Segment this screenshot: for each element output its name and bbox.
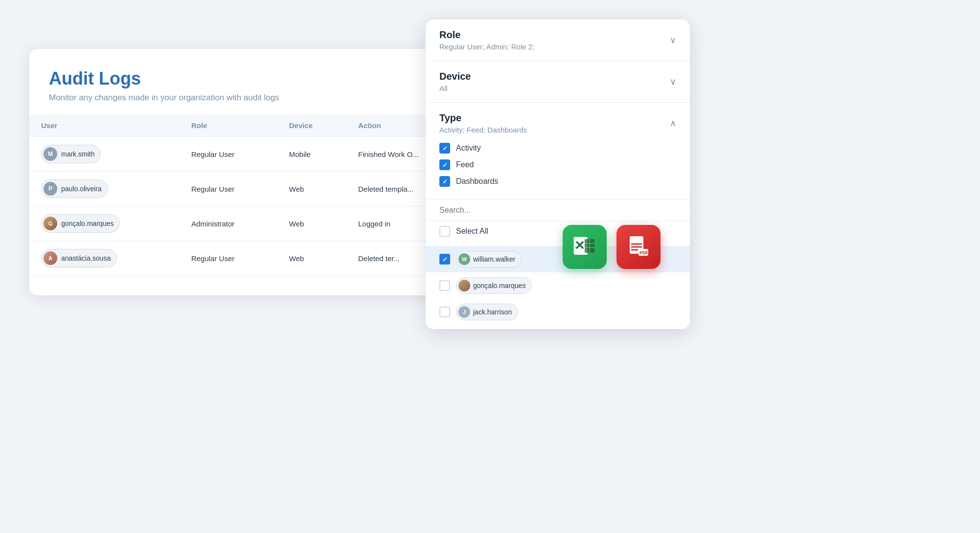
avatar: W [458, 253, 470, 265]
user-name: anastácia.sousa [61, 254, 111, 262]
search-input[interactable] [439, 206, 676, 215]
col-header-device: Device [277, 114, 346, 137]
user-list-badge: Jjack.harrison [456, 304, 518, 320]
chevron-down-icon: ∨ [670, 35, 676, 45]
table-row: Aanastácia.sousaRegular UserWebDeleted t… [29, 241, 470, 276]
page-title: Audit Logs [49, 68, 450, 89]
export-excel-button[interactable]: ... [563, 225, 607, 269]
user-name: gonçalo.marques [61, 220, 114, 227]
filter-type-title: Type [439, 112, 527, 124]
checkbox[interactable] [439, 176, 450, 187]
filter-role-title: Role [439, 29, 534, 41]
table-cell-user: Mmark.smith [29, 137, 180, 172]
filter-section-role: Role Regular User; Admin; Role 2; ∨ [426, 20, 690, 61]
select-all-checkbox[interactable] [439, 226, 450, 237]
chevron-down-icon: ∨ [670, 76, 676, 87]
avatar: M [44, 147, 57, 161]
filter-section-type: Type Activity; Feed; Dashboards ∧ Activi… [426, 103, 690, 200]
audit-card-header: Audit Logs Monitor any changes made in y… [29, 68, 470, 114]
user-list-badge: Wwilliam.walker [456, 251, 522, 267]
list-item[interactable]: gonçalo.marques [426, 272, 690, 299]
table-row: Ppaulo.oliveiraRegular UserWebDeleted te… [29, 172, 470, 206]
user-badge[interactable]: Mmark.smith [41, 145, 101, 163]
filter-device-header[interactable]: Device All ∨ [439, 71, 676, 92]
checkbox-label: Activity [456, 144, 481, 153]
filter-type-value: Activity; Feed; Dashboards [439, 126, 527, 134]
table-row: Ggonçalo.marquesAdministratorWebLogged i… [29, 206, 470, 241]
checkbox-label: Dashboards [456, 177, 498, 186]
filter-section-device: Device All ∨ [426, 61, 690, 103]
user-name: mark.smith [61, 150, 94, 158]
avatar [458, 280, 470, 291]
table-cell-role: Administrator [180, 206, 277, 241]
chevron-up-icon: ∧ [670, 118, 676, 129]
table-cell-device: Mobile [277, 137, 346, 172]
filter-panel: Role Regular User; Admin; Role 2; ∨ Devi… [426, 20, 690, 329]
user-list-name: gonçalo.marques [473, 282, 525, 289]
checkbox-label: Feed [456, 160, 474, 169]
avatar: J [458, 306, 470, 318]
table-cell-role: Regular User [180, 241, 277, 276]
col-header-user: User [29, 114, 180, 137]
type-checkboxes: ActivityFeedDashboards [439, 140, 676, 190]
user-badge[interactable]: Ppaulo.oliveira [41, 179, 108, 198]
user-checkbox[interactable] [439, 307, 450, 317]
checkbox-item[interactable]: Dashboards [439, 173, 676, 190]
table-cell-device: Web [277, 241, 346, 276]
select-all-label: Select All [456, 227, 488, 236]
checkbox-item[interactable]: Feed [439, 156, 676, 173]
user-list-name: jack.harrison [473, 308, 512, 316]
checkbox-item[interactable]: Activity [439, 140, 676, 156]
col-header-role: Role [180, 114, 277, 137]
table-row: Mmark.smithRegular UserMobileFinished Wo… [29, 137, 470, 172]
page-subtitle: Monitor any changes made in your organiz… [49, 93, 450, 103]
table-cell-role: Regular User [180, 172, 277, 206]
user-list-badge: gonçalo.marques [456, 277, 532, 294]
user-checkbox[interactable] [439, 280, 450, 291]
svg-text:PDF: PDF [639, 250, 649, 255]
user-badge[interactable]: Ggonçalo.marques [41, 214, 120, 233]
table-cell-user: Ppaulo.oliveira [29, 172, 180, 206]
table-cell-role: Regular User [180, 137, 277, 172]
user-checkbox[interactable] [439, 254, 450, 265]
filter-device-value: All [439, 84, 471, 92]
audit-table: User Role Device Action Mmark.smithRegul… [29, 114, 470, 276]
table-cell-device: Web [277, 172, 346, 206]
checkbox[interactable] [439, 143, 450, 154]
avatar: A [44, 251, 57, 265]
audit-logs-card: Audit Logs Monitor any changes made in y… [29, 49, 470, 295]
table-cell-device: Web [277, 206, 346, 241]
checkbox[interactable] [439, 159, 450, 170]
search-section [426, 200, 690, 221]
filter-role-header[interactable]: Role Regular User; Admin; Role 2; ∨ [439, 29, 676, 51]
user-list-name: william.walker [473, 255, 515, 263]
list-item[interactable]: Jjack.harrison [426, 299, 690, 325]
filter-device-title: Device [439, 71, 471, 82]
filter-type-header[interactable]: Type Activity; Feed; Dashboards ∧ [439, 112, 676, 134]
avatar: P [44, 182, 57, 196]
table-header-row: User Role Device Action [29, 114, 470, 137]
filter-role-value: Regular User; Admin; Role 2; [439, 43, 534, 51]
export-pdf-button[interactable]: PDF [616, 225, 661, 269]
table-cell-user: Aanastácia.sousa [29, 241, 180, 276]
user-badge[interactable]: Aanastácia.sousa [41, 249, 117, 267]
excel-icon: ... [572, 234, 597, 260]
user-name: paulo.oliveira [61, 185, 102, 193]
table-cell-user: Ggonçalo.marques [29, 206, 180, 241]
pdf-icon: PDF [626, 234, 651, 260]
avatar: G [44, 217, 57, 230]
